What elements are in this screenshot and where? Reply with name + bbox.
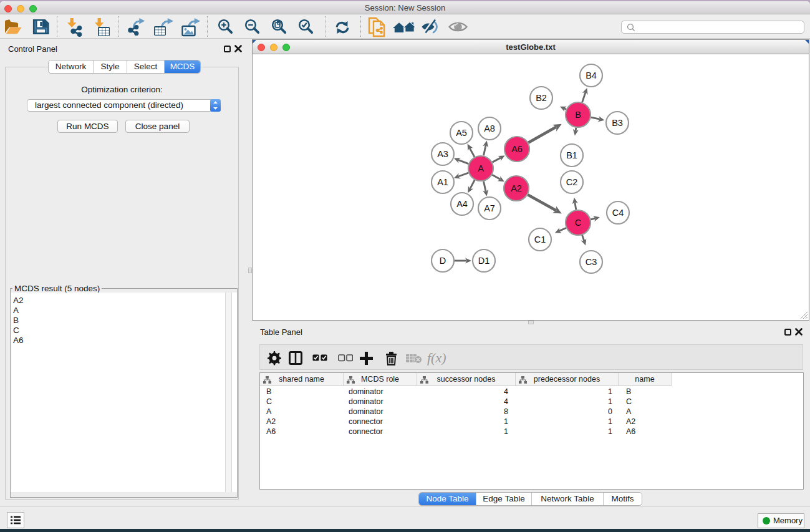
svg-text:A1: A1 (437, 177, 448, 187)
svg-text:B3: B3 (612, 118, 623, 128)
svg-text:A: A (478, 163, 484, 173)
svg-text:A8: A8 (484, 123, 495, 133)
svg-text:B: B (575, 110, 581, 120)
svg-text:D: D (440, 256, 446, 266)
svg-text:A7: A7 (484, 203, 495, 213)
svg-text:A5: A5 (456, 128, 467, 138)
svg-text:A4: A4 (456, 199, 468, 209)
svg-text:C: C (575, 218, 581, 228)
svg-text:B2: B2 (536, 93, 547, 103)
svg-text:B1: B1 (566, 150, 577, 160)
svg-text:C4: C4 (612, 208, 624, 218)
svg-text:A3: A3 (437, 149, 448, 159)
svg-text:A2: A2 (511, 183, 522, 193)
svg-text:A6: A6 (511, 144, 523, 154)
svg-text:C1: C1 (534, 235, 546, 244)
svg-text:C3: C3 (586, 257, 597, 267)
svg-text:D1: D1 (478, 256, 490, 266)
svg-text:C2: C2 (566, 177, 578, 187)
svg-text:B4: B4 (586, 70, 597, 80)
